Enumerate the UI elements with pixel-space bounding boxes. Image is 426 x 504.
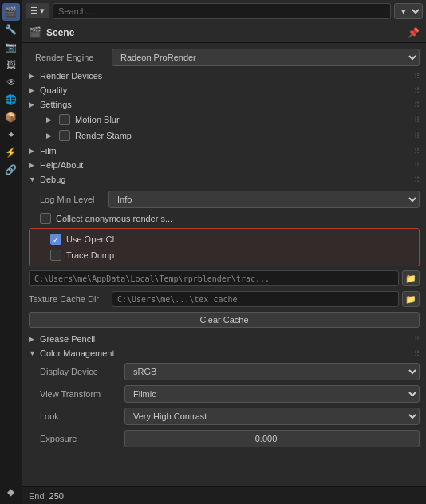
sidebar-icon-output[interactable]: 🖼 <box>2 56 20 73</box>
triangle-icon: ▶ <box>46 116 54 124</box>
debug-content: Log Min Level Info Debug Warning Error C… <box>22 187 426 332</box>
view-transform-select[interactable]: Filmic <box>124 385 420 403</box>
sidebar-icon-particles[interactable]: ✦ <box>2 126 20 144</box>
left-sidebar: 🎬 🔧 📷 🖼 👁 🌐 📦 ✦ ⚡ 🔗 ◆ <box>0 0 22 504</box>
view-dropdown[interactable]: ▾ <box>394 3 423 19</box>
section-film[interactable]: ▶ Film ⠿ <box>22 144 426 158</box>
sidebar-icon-view[interactable]: 👁 <box>2 73 20 91</box>
drag-handle: ⠿ <box>414 100 420 109</box>
trace-dump-label: Trace Dump <box>66 250 114 260</box>
section-quality[interactable]: ▶ Quality ⠿ <box>22 83 426 97</box>
drag-handle: ⠿ <box>414 132 420 140</box>
highlighted-options-box: ✓ Use OpenCL Trace Dump <box>29 228 420 266</box>
drag-handle: ⠿ <box>414 116 420 124</box>
main-content: ☰ ▾ ▾ 🎬 Scene 📌 Render Engine Radeon Pro… <box>22 0 426 504</box>
display-device-row: Display Device sRGB <box>22 360 426 383</box>
status-bar: End 250 <box>22 486 426 504</box>
section-render-devices[interactable]: ▶ Render Devices ⠿ <box>22 69 426 83</box>
props-content: Render Engine Radeon ProRender ▶ Render … <box>22 43 426 486</box>
sidebar-icon-world[interactable]: 🌐 <box>2 91 20 108</box>
drag-handle: ⠿ <box>414 161 420 170</box>
texture-cache-folder-button[interactable]: 📁 <box>402 291 420 307</box>
editor-type-button[interactable]: ☰ ▾ <box>26 3 49 18</box>
collect-label: Collect anonymous render s... <box>56 214 172 223</box>
triangle-icon: ▶ <box>46 132 54 140</box>
drag-handle: ⠿ <box>414 335 420 344</box>
editor-icon: ☰ <box>30 6 38 16</box>
debug-label: Debug <box>40 175 65 184</box>
texture-cache-input[interactable] <box>112 291 399 307</box>
top-toolbar: ☰ ▾ ▾ <box>22 0 426 22</box>
look-label: Look <box>40 411 120 421</box>
render-engine-select[interactable]: Radeon ProRender <box>112 49 420 66</box>
checkmark-icon: ✓ <box>53 235 59 244</box>
render-stamp-checkbox[interactable] <box>59 130 70 141</box>
view-transform-row: View Transform Filmic <box>22 383 426 405</box>
sidebar-icon-physics[interactable]: ⚡ <box>2 144 20 161</box>
render-engine-label: Render Engine <box>35 53 107 62</box>
section-settings[interactable]: ▶ Settings ⠿ <box>22 97 426 112</box>
motion-blur-label: Motion Blur <box>75 115 120 124</box>
triangle-icon: ▶ <box>29 335 37 343</box>
drag-handle: ⠿ <box>414 175 420 184</box>
filepath-folder-button[interactable]: 📁 <box>402 270 420 286</box>
sidebar-icon-tools[interactable]: 🔧 <box>2 21 20 38</box>
display-device-select[interactable]: sRGB <box>124 363 420 380</box>
search-input[interactable] <box>53 3 391 19</box>
triangle-icon: ▶ <box>29 86 37 94</box>
sidebar-icon-render[interactable]: 📷 <box>2 38 20 56</box>
collect-checkbox[interactable] <box>40 213 51 224</box>
sidebar-icon-object[interactable]: 📦 <box>2 108 20 126</box>
section-debug[interactable]: ▼ Debug ⠿ <box>22 172 426 187</box>
view-transform-label: View Transform <box>40 389 120 399</box>
motion-blur-checkbox[interactable] <box>59 114 70 125</box>
section-label: Quality <box>40 85 67 95</box>
render-engine-row: Render Engine Radeon ProRender <box>22 46 426 69</box>
filepath-input[interactable] <box>29 270 399 286</box>
triangle-icon: ▶ <box>29 147 37 155</box>
section-help[interactable]: ▶ Help/About ⠿ <box>22 158 426 172</box>
triangle-open-icon: ▼ <box>29 349 37 357</box>
use-opencl-row: ✓ Use OpenCL <box>33 231 416 247</box>
drag-handle: ⠿ <box>414 349 420 358</box>
display-device-label: Display Device <box>40 367 120 376</box>
drag-handle: ⠿ <box>414 86 420 95</box>
editor-dropdown-icon: ▾ <box>40 6 45 16</box>
render-stamp-row: ▶ Render Stamp ⠿ <box>22 128 426 144</box>
sidebar-icon-constraints[interactable]: 🔗 <box>2 161 20 179</box>
scene-header: 🎬 Scene 📌 <box>22 22 426 43</box>
render-stamp-label: Render Stamp <box>75 131 132 140</box>
triangle-icon: ▶ <box>29 161 37 169</box>
scene-title: Scene <box>46 27 403 38</box>
grease-pencil-label: Grease Pencil <box>40 334 95 344</box>
pin-icon[interactable]: 📌 <box>408 27 420 38</box>
section-label: Help/About <box>40 160 83 170</box>
clear-cache-button[interactable]: Clear Cache <box>29 312 420 328</box>
sidebar-icon-data[interactable]: ◆ <box>2 483 20 501</box>
section-label: Render Devices <box>40 71 102 81</box>
exposure-row: Exposure <box>22 427 426 450</box>
log-level-select[interactable]: Info Debug Warning Error <box>108 191 420 208</box>
trace-dump-row: Trace Dump <box>33 247 416 263</box>
exposure-label: Exposure <box>40 434 120 443</box>
exposure-input[interactable] <box>124 430 420 447</box>
triangle-icon: ▶ <box>29 72 37 80</box>
collect-row: Collect anonymous render s... <box>22 211 426 226</box>
look-select[interactable]: Very High Contrast <box>124 408 420 425</box>
drag-handle: ⠿ <box>414 147 420 156</box>
use-opencl-checkbox[interactable]: ✓ <box>50 234 61 245</box>
sidebar-icon-scene[interactable]: 🎬 <box>2 3 20 21</box>
log-level-row: Log Min Level Info Debug Warning Error <box>22 188 426 211</box>
use-opencl-label: Use OpenCL <box>66 234 117 244</box>
look-row: Look Very High Contrast <box>22 405 426 427</box>
section-label: Film <box>40 146 57 156</box>
log-level-label: Log Min Level <box>40 195 104 204</box>
triangle-open-icon: ▼ <box>29 175 37 183</box>
motion-blur-row: ▶ Motion Blur ⠿ <box>22 112 426 128</box>
section-grease-pencil[interactable]: ▶ Grease Pencil ⠿ <box>22 332 426 346</box>
drag-handle: ⠿ <box>414 72 420 81</box>
section-color-management[interactable]: ▼ Color Management ⠿ <box>22 346 426 360</box>
texture-cache-row: Texture Cache Dir 📁 <box>22 289 426 309</box>
triangle-icon: ▶ <box>29 100 37 108</box>
trace-dump-checkbox[interactable] <box>50 250 61 261</box>
